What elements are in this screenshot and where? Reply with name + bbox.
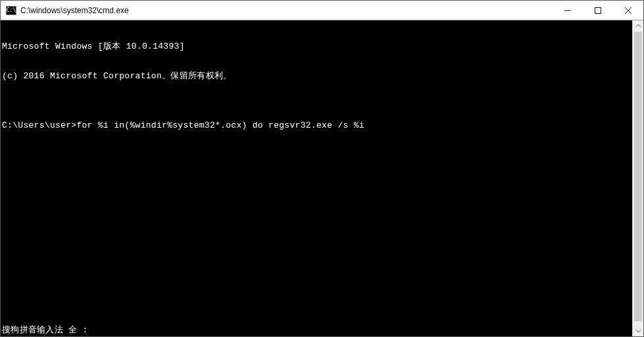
vertical-scrollbar[interactable] — [632, 20, 643, 336]
maximize-icon — [595, 7, 601, 14]
chevron-down-icon — [635, 328, 641, 334]
svg-rect-1 — [595, 7, 601, 13]
close-icon — [625, 7, 632, 14]
console-line: Microsoft Windows [版本 10.0.14393] — [2, 41, 632, 51]
scrollbar-thumb[interactable] — [634, 32, 642, 321]
chevron-up-icon — [635, 23, 641, 29]
titlebar[interactable]: C:\ C:\windows\system32\cmd.exe — [1, 1, 643, 20]
console-line: (c) 2016 Microsoft Corporation。保留所有权利。 — [2, 71, 632, 81]
ime-status-line: 搜狗拼音输入法 全 : — [2, 325, 88, 335]
close-button[interactable] — [613, 1, 643, 20]
cmd-app-icon: C:\ — [6, 6, 16, 15]
minimize-button[interactable] — [553, 1, 583, 20]
scrollbar-up-arrow[interactable] — [633, 20, 643, 32]
window-title: C:\windows\system32\cmd.exe — [20, 6, 129, 15]
client-area: Microsoft Windows [版本 10.0.14393] (c) 20… — [1, 20, 643, 336]
cmd-window: C:\ C:\windows\system32\cmd.exe Microsof… — [0, 0, 644, 337]
console-output[interactable]: Microsoft Windows [版本 10.0.14393] (c) 20… — [1, 20, 632, 336]
minimize-icon — [564, 7, 571, 14]
scrollbar-down-arrow[interactable] — [633, 325, 643, 336]
console-line: C:\Users\user>for %i in(%windir%system32… — [2, 120, 632, 130]
maximize-button[interactable] — [583, 1, 613, 20]
